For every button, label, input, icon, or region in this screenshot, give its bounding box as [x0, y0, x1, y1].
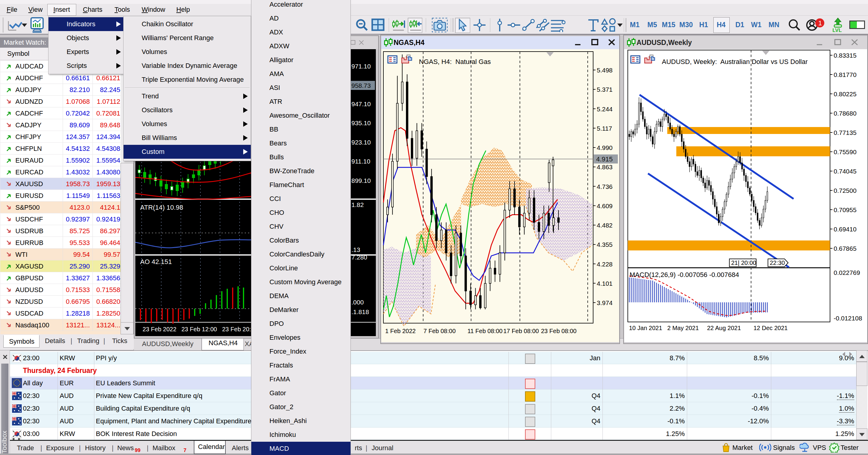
svg-text:MACD(12,26,9) -0.007056 -0.007: MACD(12,26,9) -0.007056 -0.007684 — [629, 271, 739, 279]
svg-text:22:30: 22:30 — [770, 259, 785, 266]
svg-text:0.78680: 0.78680 — [834, 110, 857, 117]
svg-text:ATR(14) 10.98: ATR(14) 10.98 — [140, 204, 183, 211]
svg-text:23 Feb 2022: 23 Feb 2022 — [143, 326, 176, 333]
svg-text:22 Aug 2021: 22 Aug 2021 — [707, 325, 741, 331]
svg-text:AO 42.151: AO 42.151 — [140, 258, 172, 265]
svg-text:5.244: 5.244 — [597, 106, 613, 113]
svg-text:923.10: 923.10 — [351, 139, 371, 146]
svg-text:4.863: 4.863 — [597, 164, 613, 170]
svg-text:935.10: 935.10 — [351, 119, 371, 126]
svg-text:0.67865: 0.67865 — [834, 245, 857, 252]
svg-text:LVL: LVL — [832, 27, 842, 33]
svg-text:0.70955: 0.70955 — [834, 206, 857, 213]
svg-text:958.73: 958.73 — [351, 82, 371, 89]
svg-text:AUDUSD, Weekly: Australian Do: AUDUSD, Weekly: Australian Dollar vs US … — [662, 58, 808, 65]
svg-text:12 Dec 2021: 12 Dec 2021 — [753, 325, 787, 331]
svg-text:947.10: 947.10 — [351, 101, 371, 107]
svg-text:911.10: 911.10 — [351, 158, 370, 165]
svg-text:4.915: 4.915 — [596, 155, 613, 163]
svg-text:0.022769: 0.022769 — [834, 269, 860, 276]
svg-text:.13: .13 — [351, 246, 360, 253]
svg-text:10 Jan 2021: 10 Jan 2021 — [629, 325, 662, 331]
svg-text:5.371: 5.371 — [597, 86, 613, 93]
svg-text:3.974: 3.974 — [597, 299, 613, 306]
svg-text:4.101: 4.101 — [597, 280, 613, 287]
svg-text:5.117: 5.117 — [597, 125, 612, 132]
svg-text:4.355: 4.355 — [597, 241, 613, 248]
svg-text:0.74045: 0.74045 — [834, 168, 857, 175]
svg-text:.000: .000 — [351, 299, 364, 306]
svg-text:11 Feb 08:00: 11 Feb 08:00 — [467, 328, 502, 334]
svg-text:NGAS, H4: Natural Gas: NGAS, H4: Natural Gas — [419, 58, 491, 65]
svg-text:1 Feb 2022: 1 Feb 2022 — [385, 328, 415, 334]
svg-text:899.10: 899.10 — [351, 177, 371, 184]
svg-text:4.990: 4.990 — [597, 144, 613, 151]
svg-text:-0.012108: -0.012108 — [834, 315, 862, 322]
svg-text:0.83315: 0.83315 — [834, 52, 857, 59]
svg-text:7 Feb 08:00: 7 Feb 08:00 — [424, 328, 456, 334]
svg-text:971.10: 971.10 — [351, 63, 371, 70]
svg-text:0.69410: 0.69410 — [834, 226, 857, 233]
svg-text:4.482: 4.482 — [597, 222, 613, 229]
svg-text:4.736: 4.736 — [597, 183, 613, 190]
svg-text:7.280: 7.280 — [351, 254, 367, 261]
svg-text:2 May 2021: 2 May 2021 — [667, 325, 699, 331]
svg-text:1.82: 1.82 — [351, 201, 364, 208]
svg-text:4.228: 4.228 — [597, 261, 613, 267]
svg-text:23 Feb 08:00: 23 Feb 08:00 — [541, 328, 577, 334]
svg-text:.1.818: .1.818 — [351, 308, 369, 315]
svg-text:23 Feb 12:00: 23 Feb 12:00 — [181, 326, 217, 333]
svg-text:0.77135: 0.77135 — [834, 129, 857, 136]
svg-text:5.498: 5.498 — [597, 67, 613, 74]
svg-text:21| 20:00: 21| 20:00 — [731, 259, 756, 266]
svg-text:1: 1 — [818, 19, 822, 27]
svg-text:0.75590: 0.75590 — [834, 148, 857, 155]
svg-text:0.81770: 0.81770 — [834, 71, 857, 78]
svg-text:17 Feb 08:00: 17 Feb 08:00 — [503, 328, 539, 334]
svg-text:0.72500: 0.72500 — [834, 187, 857, 194]
svg-text:0.80225: 0.80225 — [834, 90, 857, 97]
svg-text:4.609: 4.609 — [597, 202, 613, 209]
